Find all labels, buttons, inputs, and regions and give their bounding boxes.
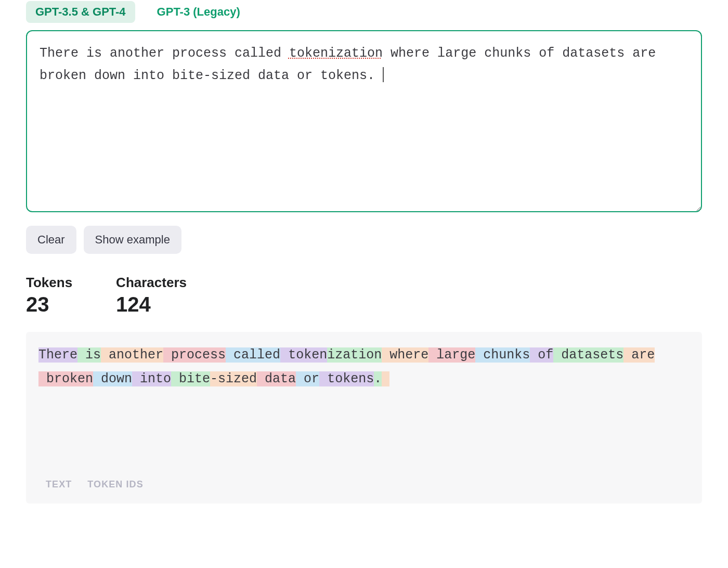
token: is bbox=[77, 347, 101, 363]
clear-button[interactable]: Clear bbox=[26, 226, 76, 254]
token: into bbox=[132, 371, 171, 386]
token: of bbox=[530, 347, 553, 363]
token-visualization-panel: There is another process called tokeniza… bbox=[26, 332, 702, 504]
token: There bbox=[38, 347, 77, 363]
tokenizer-page: GPT-3.5 & GPT-4 GPT-3 (Legacy) There is … bbox=[0, 0, 728, 568]
panel-view-tabs: TEXT TOKEN IDS bbox=[38, 479, 690, 490]
token: process bbox=[163, 347, 226, 363]
token: bite bbox=[171, 371, 210, 386]
characters-label: Characters bbox=[116, 275, 187, 291]
token: -sized bbox=[210, 371, 257, 386]
button-row: Clear Show example bbox=[26, 226, 702, 254]
token: chunks bbox=[475, 347, 530, 363]
token: data bbox=[257, 371, 296, 386]
characters-value: 124 bbox=[116, 293, 187, 316]
tokens-label: Tokens bbox=[26, 275, 72, 291]
tab-gpt35-gpt4[interactable]: GPT-3.5 & GPT-4 bbox=[26, 1, 135, 23]
input-area: There is another process called tokeniza… bbox=[26, 30, 702, 214]
token: or bbox=[296, 371, 319, 386]
token: ization bbox=[327, 347, 382, 363]
token: another bbox=[101, 347, 163, 363]
token bbox=[382, 371, 389, 386]
token: where bbox=[382, 347, 428, 363]
token: large bbox=[428, 347, 475, 363]
tokenized-text: There is another process called tokeniza… bbox=[38, 343, 690, 392]
tokenizer-textarea[interactable] bbox=[26, 30, 702, 212]
token: token bbox=[280, 347, 327, 363]
show-example-button[interactable]: Show example bbox=[84, 226, 181, 254]
panel-tab-token-ids[interactable]: TOKEN IDS bbox=[87, 479, 143, 490]
stats-row: Tokens 23 Characters 124 bbox=[26, 275, 702, 316]
model-tabs: GPT-3.5 & GPT-4 GPT-3 (Legacy) bbox=[26, 0, 702, 23]
token: broken bbox=[38, 371, 93, 386]
token: . bbox=[374, 371, 382, 386]
panel-tab-text[interactable]: TEXT bbox=[46, 479, 72, 490]
token: tokens bbox=[319, 371, 374, 386]
token: called bbox=[226, 347, 280, 363]
token: down bbox=[93, 371, 132, 386]
tab-gpt3-legacy[interactable]: GPT-3 (Legacy) bbox=[148, 1, 250, 23]
tokens-value: 23 bbox=[26, 293, 72, 316]
characters-stat: Characters 124 bbox=[116, 275, 187, 316]
token: datasets bbox=[553, 347, 623, 363]
token: are bbox=[623, 347, 655, 363]
tokens-stat: Tokens 23 bbox=[26, 275, 72, 316]
